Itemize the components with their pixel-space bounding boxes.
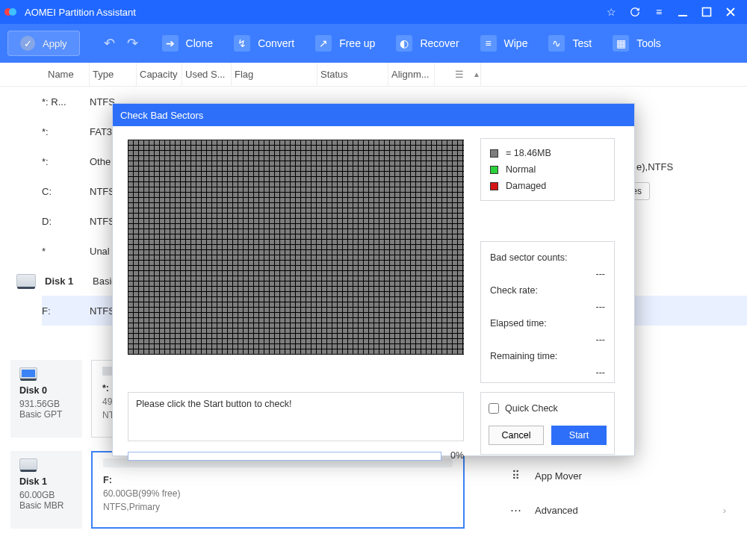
- disk-icon: [16, 274, 36, 287]
- svg-rect-2: [678, 15, 687, 16]
- redo-icon[interactable]: ↷: [127, 35, 138, 52]
- disk-card[interactable]: Disk 0 931.56GB Basic GPT: [10, 360, 82, 438]
- star-icon[interactable]: ☆: [599, 0, 623, 24]
- recover-icon: ◐: [396, 35, 412, 52]
- freeup-icon: ↗: [315, 35, 332, 52]
- clone-icon: ➔: [162, 35, 179, 52]
- bad-sector-value: ---: [490, 269, 605, 279]
- col-flag[interactable]: Flag: [232, 63, 317, 86]
- dialog-title: Check Bad Sectors: [113, 104, 634, 126]
- menu-icon[interactable]: ≡: [647, 0, 671, 24]
- progress-percent: 0%: [450, 450, 464, 461]
- toolbar-tools[interactable]: ▦Tools: [613, 35, 661, 52]
- check-icon: ✓: [20, 36, 35, 51]
- convert-icon: ↯: [234, 35, 250, 52]
- check-bad-sectors-dialog: Check Bad Sectors = 18.46MB Normal Damag…: [112, 103, 635, 456]
- disk-cards: Disk 0 931.56GB Basic GPT Disk 1 60.00GB…: [10, 360, 82, 542]
- toolbar-recover[interactable]: ◐Recover: [396, 35, 459, 52]
- progress-bar: [128, 452, 441, 461]
- remaining-value: ---: [490, 367, 605, 378]
- disk-card[interactable]: Disk 1 60.00GB Basic MBR: [10, 451, 82, 529]
- title-bar: AOMEI Partition Assistant ☆ ≡: [0, 0, 747, 24]
- toolbar-convert[interactable]: ↯Convert: [234, 35, 294, 52]
- elapsed-label: Elapsed time:: [490, 318, 605, 329]
- minimize-button[interactable]: [671, 0, 695, 24]
- main-toolbar: ✓ Apply ↶ ↷ ➔Clone ↯Convert ↗Free up ◐Re…: [0, 24, 747, 63]
- stats-box: Bad sector counts: --- Check rate: --- E…: [480, 241, 615, 383]
- check-rate-label: Check rate:: [490, 285, 605, 296]
- sector-grid: [128, 140, 464, 355]
- quick-check-checkbox[interactable]: Quick Check: [489, 403, 607, 414]
- log-box: Please click the Start button to check!: [128, 392, 464, 441]
- col-status[interactable]: Status: [317, 63, 388, 86]
- scroll-up-icon[interactable]: ▲: [473, 70, 480, 78]
- legend-swatch-normal: [490, 166, 498, 174]
- fs-label-partial: e),NTFS: [636, 161, 673, 172]
- refresh-icon[interactable]: [623, 0, 647, 24]
- svg-point-1: [9, 8, 16, 16]
- quick-check-input[interactable]: [489, 403, 499, 414]
- undo-icon[interactable]: ↶: [104, 35, 115, 52]
- remaining-label: Remaining time:: [490, 351, 605, 361]
- cancel-button[interactable]: Cancel: [489, 426, 544, 445]
- legend-swatch-damaged: [490, 182, 498, 190]
- toolbar-freeup[interactable]: ↗Free up: [315, 35, 375, 52]
- app-mover-item[interactable]: ⠿ App Mover: [502, 457, 588, 494]
- advanced-item[interactable]: ⋯Advanced ›: [502, 491, 734, 529]
- col-name[interactable]: Name: [45, 63, 90, 86]
- action-box: Quick Check Cancel Start: [480, 392, 615, 455]
- elapsed-value: ---: [490, 335, 605, 345]
- chevron-right-icon: ›: [723, 505, 726, 516]
- grid-icon: ⠿: [508, 469, 523, 482]
- app-logo-icon: [4, 6, 16, 18]
- col-type[interactable]: Type: [90, 63, 137, 86]
- wipe-icon: ≡: [480, 35, 497, 52]
- column-header: Name Type Capacity Used S... Flag Status…: [0, 63, 747, 87]
- col-capacity[interactable]: Capacity: [137, 63, 182, 86]
- test-icon: ∿: [548, 35, 565, 52]
- app-title: AOMEI Partition Assistant: [25, 7, 599, 18]
- legend-box: = 18.46MB Normal Damaged: [480, 138, 615, 201]
- disk-icon: [19, 367, 37, 379]
- svg-rect-3: [703, 8, 711, 16]
- list-view-icon[interactable]: ☰: [455, 69, 464, 80]
- partition-card-selected[interactable]: F: 60.00GB(99% free) NTFS,Primary: [91, 451, 465, 529]
- col-alignment[interactable]: Alignm...: [388, 63, 435, 86]
- bad-sector-label: Bad sector counts:: [490, 252, 605, 263]
- toolbar-clone[interactable]: ➔Clone: [162, 35, 214, 52]
- disk-icon: [19, 458, 37, 470]
- maximize-button[interactable]: [695, 0, 719, 24]
- col-used[interactable]: Used S...: [182, 63, 232, 86]
- toolbar-test[interactable]: ∿Test: [548, 35, 592, 52]
- start-button[interactable]: Start: [551, 426, 607, 445]
- apply-label: Apply: [43, 38, 67, 49]
- tools-icon: ▦: [613, 35, 629, 52]
- check-rate-value: ---: [490, 302, 605, 312]
- close-button[interactable]: [719, 0, 743, 24]
- legend-swatch-block: [490, 149, 498, 158]
- apply-button[interactable]: ✓ Apply: [7, 31, 80, 56]
- more-icon: ⋯: [508, 503, 523, 517]
- toolbar-wipe[interactable]: ≡Wipe: [480, 35, 528, 52]
